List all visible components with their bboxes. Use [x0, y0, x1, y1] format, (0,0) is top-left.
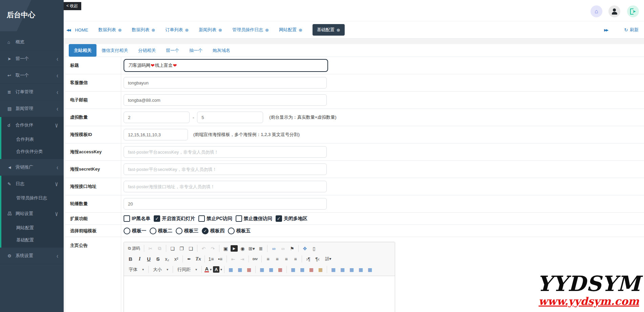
align-left-icon[interactable]: ≡: [264, 255, 272, 263]
insert-table-icon[interactable]: ⊞▾: [248, 245, 256, 253]
insert-column-right-icon[interactable]: ▦: [267, 266, 275, 274]
link-icon[interactable]: ∞: [270, 245, 278, 253]
font-size-select[interactable]: 大小 ▾: [150, 265, 171, 274]
checkbox-block-wechat[interactable]: [236, 215, 242, 222]
sidebar-item-orders[interactable]: ≣ 订单管理 ‹: [0, 84, 64, 100]
table-cell-properties-icon[interactable]: ▦: [329, 266, 338, 274]
radio-template-1[interactable]: [124, 228, 130, 234]
sidebar-item-keep-one[interactable]: ➤ 留一个 ‹: [0, 51, 64, 67]
merge-cells-horizontal-icon[interactable]: ▦: [357, 266, 365, 274]
service-wechat-input[interactable]: [124, 77, 327, 89]
indent-icon[interactable]: ⇥: [238, 255, 246, 263]
tab-news-list[interactable]: 新闻列表 ⊗: [199, 27, 222, 33]
insert-image-icon[interactable]: ▣: [221, 245, 230, 253]
tab-site-config[interactable]: 网站配置 ⊗: [279, 27, 302, 33]
tab-order-list[interactable]: 订单列表 ⊗: [165, 27, 189, 33]
delete-column-icon[interactable]: ▦: [276, 266, 284, 274]
poster-access-key-input[interactable]: [124, 146, 327, 158]
insert-video-icon[interactable]: ▶: [231, 245, 238, 252]
sidebar-item-basic-config[interactable]: 基础配置: [1, 234, 64, 246]
strikethrough-icon[interactable]: S: [154, 255, 162, 263]
background-color-button[interactable]: A ▾: [213, 266, 222, 274]
poster-secret-key-input[interactable]: [124, 163, 327, 175]
sidebar-item-take-one[interactable]: ↩ 取一个 ‹: [0, 67, 64, 84]
table-properties-icon[interactable]: ▦: [347, 266, 356, 274]
tab-basic-config[interactable]: 基础配置 ⊗: [313, 24, 345, 36]
poster-template-input[interactable]: [124, 129, 188, 140]
outdent-icon[interactable]: ⇤: [229, 255, 237, 263]
scroll-tabs-right-icon[interactable]: ▶▶: [604, 28, 608, 32]
delete-cell-icon[interactable]: ▦: [307, 266, 316, 274]
sidebar-item-news[interactable]: ▤ 新闻管理 ‹: [0, 100, 64, 117]
edit-cell-icon[interactable]: ▦: [316, 266, 325, 274]
font-family-select[interactable]: 字体 ▾: [126, 265, 147, 274]
tab-data-list-1[interactable]: 数据列表 ⊗: [98, 27, 122, 33]
close-tab-icon[interactable]: ⊗: [218, 27, 222, 33]
align-right-icon[interactable]: ≡: [282, 255, 291, 263]
checkbox-ip-blacklist[interactable]: [124, 215, 130, 222]
text-color-button[interactable]: A ▾: [204, 266, 212, 274]
sidebar-item-marketing[interactable]: ◄ 营销推广 ‹: [0, 159, 64, 176]
close-tab-icon[interactable]: ⊗: [118, 27, 122, 33]
tab-data-list-2[interactable]: 数据列表 ⊗: [132, 27, 155, 33]
italic-icon[interactable]: I: [135, 255, 144, 263]
div-container-icon[interactable]: DIV: [251, 255, 259, 263]
radio-template-2[interactable]: [150, 228, 156, 234]
cut-icon[interactable]: ✂: [146, 245, 155, 253]
insert-flash-icon[interactable]: ◉: [238, 245, 247, 253]
home-button[interactable]: ⌂: [591, 5, 602, 17]
source-icon[interactable]: ⧉ 源码: [126, 245, 142, 253]
subtab-distribution[interactable]: 分销相关: [133, 44, 161, 57]
sidebar-item-partners[interactable]: ☌ 合作伙伴 ∨: [1, 117, 64, 133]
radio-template-3[interactable]: [176, 228, 183, 234]
show-blocks-icon[interactable]: ▯: [310, 245, 318, 253]
align-justify-icon[interactable]: ≡: [291, 255, 300, 263]
sidebar-item-partner-category[interactable]: 合作伙伴分类: [1, 145, 64, 158]
user-button[interactable]: [608, 5, 620, 17]
merge-cell-right-icon[interactable]: ▦: [298, 266, 306, 274]
subscript-icon[interactable]: x₂: [163, 255, 171, 263]
logout-button[interactable]: ➤: [627, 5, 639, 17]
checkbox-close-multi-region[interactable]: [276, 215, 282, 222]
redo-icon[interactable]: ↷: [209, 245, 217, 253]
sidebar-collapse-button[interactable]: < 收起: [64, 2, 81, 10]
close-tab-icon[interactable]: ⊗: [299, 27, 302, 33]
anchor-icon[interactable]: ⚑: [288, 245, 296, 253]
email-input[interactable]: [124, 94, 327, 106]
merge-cells-vertical-icon[interactable]: ▦: [366, 266, 374, 274]
close-tab-icon[interactable]: ⊗: [185, 27, 189, 33]
sidebar-item-logs[interactable]: ✎ 日志 ∨: [1, 176, 64, 192]
subtab-decoy-domain[interactable]: 炮灰域名: [208, 44, 235, 57]
checkbox-home-slideshow[interactable]: [154, 215, 160, 222]
radio-template-4[interactable]: [202, 228, 209, 234]
bold-icon[interactable]: B: [126, 255, 135, 263]
scroll-tabs-left-icon[interactable]: ◀◀: [66, 28, 70, 32]
tab-home[interactable]: HOME: [75, 27, 88, 33]
site-title-input[interactable]: 刀客源码网❤线上盲盒❤: [124, 59, 328, 72]
remove-format-icon[interactable]: Tx: [194, 255, 202, 263]
align-center-icon[interactable]: ≡: [273, 255, 281, 263]
superscript-icon[interactable]: x²: [172, 255, 180, 263]
checkbox-block-pc[interactable]: [198, 215, 205, 222]
format-painter-icon[interactable]: ✒: [185, 255, 193, 263]
sidebar-item-partner-list[interactable]: 合作列表: [1, 133, 64, 145]
poster-api-input[interactable]: [124, 181, 327, 192]
merge-cell-left-icon[interactable]: ▦: [289, 266, 297, 274]
subtab-keep-one[interactable]: 留一个: [161, 44, 184, 57]
insert-row-above-icon[interactable]: ▦: [227, 266, 235, 274]
language-icon[interactable]: 話▾: [322, 255, 334, 263]
editor-content-area[interactable]: [124, 276, 395, 312]
radio-template-5[interactable]: [228, 228, 235, 234]
close-tab-icon[interactable]: ⊗: [337, 27, 340, 33]
bullet-list-icon[interactable]: •≡: [216, 255, 224, 263]
close-tab-icon[interactable]: ⊗: [265, 27, 269, 33]
underline-icon[interactable]: U: [145, 255, 153, 263]
subtab-wechat-pay[interactable]: 微信支付相关: [96, 44, 133, 57]
copy-icon[interactable]: ⧉: [155, 245, 164, 253]
insert-row-below-icon[interactable]: ▦: [236, 266, 244, 274]
text-direction-ltr-icon[interactable]: ›¶: [304, 255, 313, 263]
refresh-button[interactable]: ↻ 刷新: [624, 27, 639, 33]
table-cells-icon[interactable]: ▦: [338, 266, 347, 274]
sidebar-item-system-settings[interactable]: ⚙ 系统设置 ‹: [0, 248, 64, 264]
sidebar-item-admin-log[interactable]: 管理员操作日志: [1, 192, 64, 204]
